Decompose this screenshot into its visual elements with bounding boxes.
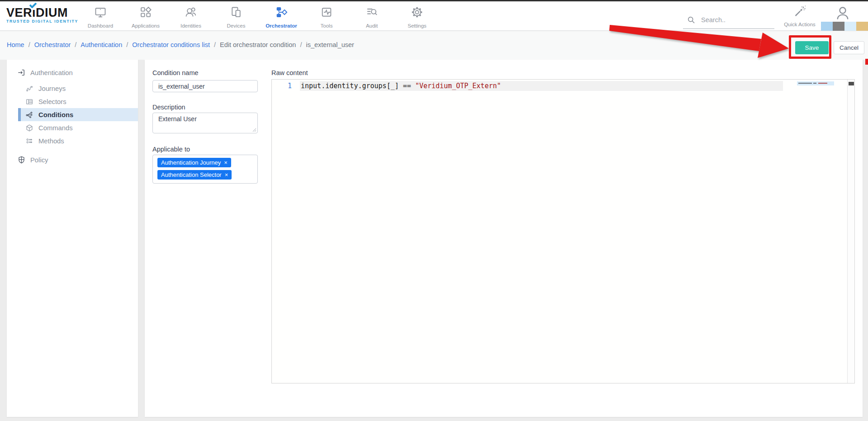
login-icon [17, 68, 26, 77]
avatar-color-strip [821, 22, 868, 31]
nav-identities[interactable]: Identities [168, 4, 213, 28]
orchestrator-icon [275, 6, 288, 19]
annotation-scroll-marker [865, 59, 868, 65]
resize-handle-icon[interactable] [252, 128, 256, 132]
sidebar-item-label: Commands [38, 124, 73, 132]
quick-actions-button[interactable]: Quick Actions [779, 5, 821, 27]
identities-icon [185, 6, 197, 19]
nav-label: Orchestrator [259, 23, 304, 28]
breadcrumb-separator: / [126, 41, 128, 48]
settings-icon [411, 6, 423, 19]
tag-authentication-journey[interactable]: Authentication Journey × [157, 158, 231, 167]
color-swatch [856, 22, 868, 31]
check-icon [29, 3, 37, 8]
minimap-mark [813, 83, 816, 84]
nav-audit[interactable]: Audit [349, 4, 394, 28]
breadcrumb-separator: / [214, 41, 216, 48]
search-box [683, 13, 774, 29]
sidebar-item-label: Journeys [38, 85, 66, 92]
save-button[interactable]: Save [795, 41, 829, 54]
sidebar-item-commands[interactable]: Commands [7, 121, 138, 134]
brand-prefix: VER [6, 6, 32, 19]
topbar: VERıDIUM TRUSTED DIGITAL IDENTITY Dashbo… [0, 1, 868, 31]
nav-orchestrator[interactable]: Orchestrator [259, 4, 304, 28]
applicable-to-field[interactable]: Authentication Journey × Authentication … [152, 155, 258, 184]
commands-icon [25, 123, 34, 132]
action-bar: Home / Orchestrator / Authentication / O… [0, 31, 868, 60]
breadcrumb-separator: / [75, 41, 76, 48]
code-editor[interactable]: 1 input.identity.groups[_] == "Veridium_… [271, 79, 855, 383]
sidebar-item-policy[interactable]: Policy [7, 153, 138, 166]
nav-dashboard[interactable]: Dashboard [78, 4, 123, 28]
sidebar-item-methods[interactable]: Methods [7, 134, 138, 147]
policy-icon [17, 156, 26, 165]
tag-label: Authentication Journey [161, 159, 221, 166]
nav-label: Settings [394, 23, 440, 28]
quick-actions-label: Quick Actions [779, 22, 821, 27]
app-root: VERıDIUM TRUSTED DIGITAL IDENTITY Dashbo… [0, 0, 868, 421]
tag-authentication-selector[interactable]: Authentication Selector × [157, 170, 232, 180]
search-input[interactable] [701, 14, 769, 26]
sidebar-item-label: Authentication [30, 69, 73, 76]
applicable-to-label: Applicable to [152, 146, 190, 153]
sidebar-item-authentication[interactable]: Authentication [7, 66, 138, 79]
description-textarea[interactable]: External User [152, 113, 258, 133]
sidebar-item-label: Selectors [38, 98, 66, 105]
sidebar-item-label: Methods [38, 137, 64, 145]
nav-label: Tools [304, 23, 349, 28]
color-swatch [844, 22, 856, 31]
sidebar-item-label: Conditions [38, 111, 73, 118]
nav-label: Devices [213, 23, 259, 28]
brand-suffix: DIUM [36, 6, 68, 19]
sidebar-item-conditions[interactable]: Conditions [7, 108, 138, 121]
veridium-logo: VERıDIUM TRUSTED DIGITAL IDENTITY [6, 6, 79, 24]
remove-tag-icon[interactable]: × [224, 160, 228, 166]
search-icon[interactable] [687, 15, 696, 24]
nav-label: Dashboard [78, 23, 123, 28]
breadcrumb-edit-condition: Edit orchestrator condition [220, 41, 296, 48]
line-number: 1 [272, 81, 292, 91]
breadcrumb-separator: / [28, 41, 30, 48]
code-line[interactable]: 1 input.identity.groups[_] == "Veridium_… [272, 81, 854, 91]
nav-applications[interactable]: Applications [123, 4, 168, 28]
nav-tools[interactable]: Tools [304, 4, 349, 28]
dashboard-icon [94, 6, 107, 19]
nav-settings[interactable]: Settings [394, 4, 440, 28]
remove-tag-icon[interactable]: × [225, 172, 228, 178]
devices-icon [230, 6, 242, 19]
tools-icon [320, 6, 333, 19]
minimap-mark [798, 83, 812, 84]
breadcrumb-home[interactable]: Home [7, 41, 24, 48]
code-string: "Veridium_OTP_Extern" [415, 82, 501, 90]
selectors-icon [25, 97, 34, 106]
condition-name-input[interactable] [152, 80, 258, 92]
description-label: Description [152, 104, 185, 111]
main-nav: Dashboard Applications Identities Device… [78, 4, 440, 28]
audit-icon [365, 6, 378, 19]
breadcrumb-orchestrator[interactable]: Orchestrator [34, 41, 71, 48]
code-text: input.identity.groups[_] == "Veridium_OT… [301, 81, 501, 91]
breadcrumb-conditions-list[interactable]: Orchestrator conditions list [132, 41, 210, 48]
nav-label: Identities [168, 23, 213, 28]
brand-tagline: TRUSTED DIGITAL IDENTITY [6, 19, 79, 24]
sidebar-item-journeys[interactable]: Journeys [7, 82, 138, 95]
editor-scrollbar[interactable] [847, 80, 854, 383]
edit-condition-panel: Condition name Description External User… [145, 60, 863, 417]
sidebar-item-selectors[interactable]: Selectors [7, 95, 138, 108]
applications-icon [139, 6, 152, 19]
breadcrumb: Home / Orchestrator / Authentication / O… [7, 41, 354, 48]
condition-name-label: Condition name [152, 69, 199, 76]
nav-devices[interactable]: Devices [213, 4, 259, 28]
editor-scrollbar-thumb[interactable] [849, 82, 854, 85]
tag-label: Authentication Selector [161, 171, 222, 178]
magic-wand-icon [793, 5, 806, 19]
breadcrumb-separator: / [300, 41, 302, 48]
user-avatar-icon[interactable] [835, 5, 851, 21]
journeys-icon [25, 84, 34, 93]
breadcrumb-condition-name: is_external_user [306, 41, 354, 48]
breadcrumb-authentication[interactable]: Authentication [81, 41, 122, 48]
cancel-button[interactable]: Cancel [834, 41, 864, 54]
conditions-icon [25, 110, 34, 119]
color-swatch [821, 22, 833, 31]
editor-minimap[interactable] [797, 81, 834, 85]
